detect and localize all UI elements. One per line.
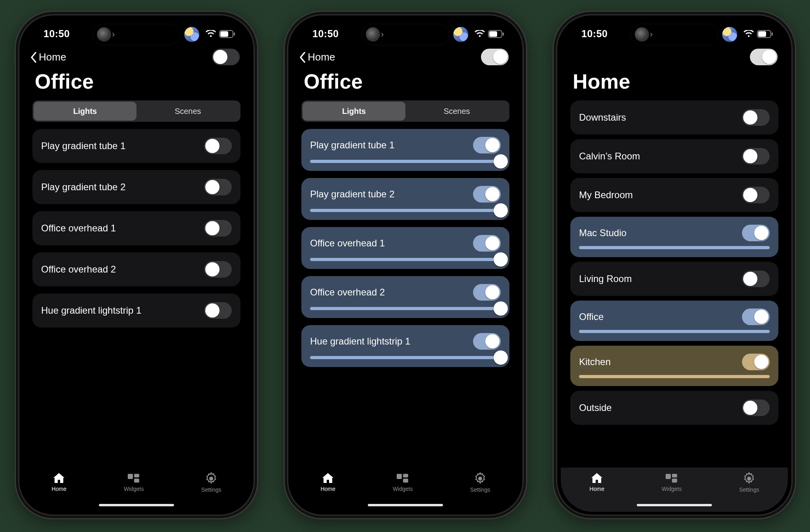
tab-widgets[interactable]: Widgets [124,472,144,492]
room-toggle[interactable] [742,354,770,370]
room-toggle[interactable] [742,148,770,165]
tab-home[interactable]: Home [52,472,66,492]
light-row[interactable]: Office overhead 1 [32,211,240,245]
light-toggle[interactable] [473,186,501,203]
brightness-slider[interactable] [310,307,501,310]
svg-point-13 [478,477,482,481]
room-name: Kitchen [579,356,611,367]
back-button[interactable]: Home [299,51,335,63]
room-toggle[interactable] [742,225,770,241]
wifi-icon [475,30,485,38]
brightness-slider[interactable] [310,258,501,261]
svg-rect-1 [220,31,228,37]
wifi-icon [206,30,216,38]
home-icon [590,472,604,484]
room-row[interactable]: Living Room [570,262,778,296]
light-name: Play gradient tube 2 [41,182,125,193]
home-indicator[interactable] [637,504,712,506]
tab-widgets[interactable]: Widgets [393,472,413,492]
brightness-slider[interactable] [310,356,501,359]
light-toggle[interactable] [204,220,232,237]
tab-settings[interactable]: Settings [201,472,221,493]
light-toggle[interactable] [473,235,501,252]
phone-3: 10:50 › Home Downstairs Calvin’s Room [554,12,795,518]
back-label: Home [308,51,335,63]
room-toggle[interactable] [742,309,770,325]
home-indicator[interactable] [368,504,443,506]
room-toggle[interactable] [742,187,770,203]
page-title: Home [561,67,788,100]
chevron-left-icon [30,52,37,63]
light-row[interactable]: Play gradient tube 2 [301,178,509,220]
brightness-slider[interactable] [310,160,501,163]
home-indicator[interactable] [99,504,174,506]
svg-rect-4 [134,474,139,477]
home-master-toggle[interactable] [750,49,778,65]
brightness-slider[interactable] [579,375,770,378]
room-master-toggle[interactable] [212,49,240,65]
dynamic-island: › [630,24,718,45]
phone-2: 10:50 › Home Office Lights Scenes [285,12,526,518]
light-name: Office overhead 1 [41,223,116,234]
light-row[interactable]: Office overhead 2 [32,252,240,286]
room-row[interactable]: Mac Studio [570,217,778,257]
light-row[interactable]: Office overhead 1 [301,227,509,269]
segmented-control[interactable]: Lights Scenes [32,100,240,122]
lights-list: Play gradient tube 1 Play gradient tube … [23,129,250,468]
room-name: Outside [579,402,612,413]
room-row[interactable]: Kitchen [570,346,778,386]
room-name: Mac Studio [579,227,626,239]
light-toggle[interactable] [473,137,501,153]
light-row[interactable]: Play gradient tube 2 [32,170,240,204]
room-row[interactable]: My Bedroom [570,178,778,212]
light-name: Hue gradient lightstrip 1 [41,305,141,316]
page-title: Office [292,67,519,100]
back-label: Home [39,51,66,63]
home-icon [52,472,66,484]
svg-rect-9 [503,32,504,36]
svg-rect-10 [397,474,402,479]
tab-home[interactable]: Home [321,472,335,492]
room-master-toggle[interactable] [481,49,509,65]
light-row[interactable]: Hue gradient lightstrip 1 [301,325,509,367]
brightness-slider[interactable] [579,330,770,333]
svg-point-6 [209,477,213,481]
tab-settings[interactable]: Settings [739,472,759,493]
light-row[interactable]: Play gradient tube 1 [301,129,509,171]
light-row[interactable]: Play gradient tube 1 [32,129,240,163]
light-toggle[interactable] [473,284,501,301]
room-toggle[interactable] [742,399,770,416]
tab-home[interactable]: Home [590,472,604,492]
svg-rect-19 [672,479,677,483]
light-name: Office overhead 2 [41,264,116,275]
brightness-slider[interactable] [579,246,770,249]
back-button[interactable]: Home [30,51,66,63]
segment-scenes[interactable]: Scenes [405,102,508,121]
battery-icon [488,30,505,38]
light-toggle[interactable] [204,179,232,195]
light-row[interactable]: Office overhead 2 [301,276,509,318]
status-avatar [184,27,199,42]
room-toggle[interactable] [742,109,770,126]
light-toggle[interactable] [204,138,232,154]
light-name: Play gradient tube 1 [310,140,394,151]
light-toggle[interactable] [473,333,501,350]
widgets-icon [665,472,678,484]
room-name: Office [579,311,604,322]
light-row[interactable]: Hue gradient lightstrip 1 [32,293,240,328]
brightness-slider[interactable] [310,209,501,212]
room-row[interactable]: Calvin’s Room [570,139,778,173]
segment-lights[interactable]: Lights [34,102,136,121]
light-toggle[interactable] [204,302,232,319]
room-row[interactable]: Office [570,301,778,341]
room-row[interactable]: Outside [570,391,778,425]
room-row[interactable]: Downstairs [570,100,778,134]
segment-lights[interactable]: Lights [303,102,405,121]
segmented-control[interactable]: Lights Scenes [301,100,509,122]
light-toggle[interactable] [204,261,232,278]
segment-scenes[interactable]: Scenes [136,102,239,121]
tab-settings[interactable]: Settings [470,472,490,493]
light-name: Hue gradient lightstrip 1 [310,336,410,347]
tab-widgets[interactable]: Widgets [662,472,682,492]
room-toggle[interactable] [742,271,770,287]
